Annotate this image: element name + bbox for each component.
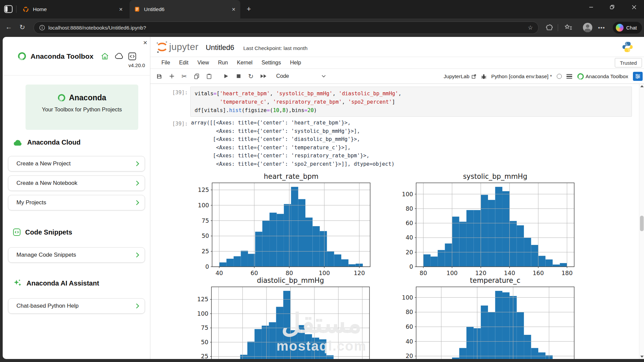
menu-view[interactable]: View <box>197 60 209 66</box>
favorites-icon[interactable] <box>564 24 573 31</box>
copy-icon[interactable] <box>190 73 203 79</box>
svg-text:25: 25 <box>202 248 209 255</box>
section-heading: Anaconda Cloud <box>27 139 81 146</box>
profile-avatar[interactable] <box>583 23 592 32</box>
create-new-notebook-button[interactable]: Create a New Notebook <box>8 175 145 191</box>
browser-address-bar: ← ↻ localhost:8888/notebooks/Untitled6.i… <box>0 18 644 37</box>
scroll-down-arrow[interactable] <box>640 356 644 358</box>
notebook-menubar: File Edit View Run Kernel Settings Help <box>150 57 644 69</box>
button-label: Create a New Project <box>16 160 71 167</box>
code-cell-editor[interactable]: vitals=['heart_rate_bpm', 'systolic_bp_m… <box>190 87 632 117</box>
code-snippets-icon <box>13 228 21 236</box>
interrupt-kernel-icon[interactable] <box>232 74 245 79</box>
copilot-chat-button[interactable]: Chat <box>613 22 642 34</box>
jupyter-wordmark: jupyter <box>169 42 199 52</box>
cut-icon[interactable]: ✂ <box>178 72 190 80</box>
svg-text:temperature_c: temperature_c <box>470 276 520 285</box>
browser-menu-icon[interactable]: ••• <box>598 24 605 31</box>
paste-icon[interactable] <box>203 73 215 79</box>
svg-text:125: 125 <box>198 187 209 193</box>
hero-brand-label: Anaconda <box>69 93 106 102</box>
anaconda-toolbox-panel: ✕ Anaconda Toolbox v4.20.0 Anaconda Your… <box>3 37 150 359</box>
tab-active-close-icon[interactable]: ✕ <box>232 7 236 12</box>
cell-type-select[interactable]: Code <box>276 73 326 79</box>
histogram-systolic_bp_mmHg: systolic_bp_mmHg 80100120140160180020406… <box>393 171 579 278</box>
reload-icon[interactable]: ↻ <box>19 23 25 31</box>
histogram-temperature_c: temperature_c 36373839020406080100 <box>393 275 579 359</box>
debugger-bug-icon[interactable] <box>481 73 487 80</box>
run-cell-icon[interactable] <box>220 73 232 79</box>
sidebar-close-icon[interactable]: ✕ <box>143 40 147 46</box>
tab-home-close-icon[interactable]: ✕ <box>119 7 123 12</box>
kernel-name[interactable]: Python [conda env:base] * <box>491 73 552 80</box>
menu-file[interactable]: File <box>161 60 170 66</box>
my-projects-button[interactable]: My Projects <box>8 195 145 210</box>
menu-edit[interactable]: Edit <box>179 60 189 66</box>
svg-text:125: 125 <box>197 296 208 303</box>
scroll-up-arrow[interactable] <box>640 85 644 87</box>
menu-kernel[interactable]: Kernel <box>237 60 252 66</box>
sidebar-home-icon[interactable] <box>101 52 109 60</box>
sparkles-icon <box>13 278 22 288</box>
menu-help[interactable]: Help <box>290 60 301 66</box>
window-minimize-button[interactable] <box>583 0 599 14</box>
tab-home[interactable]: Home ✕ <box>18 0 128 18</box>
restart-kernel-icon[interactable]: ↻ <box>245 72 257 80</box>
kernel-status-icon <box>557 74 562 79</box>
histogram-figure: heart_rate_bpm 4060801001200255075100125… <box>191 169 597 359</box>
checkpoint-status: Last Checkpoint: last month <box>243 45 307 51</box>
python-logo-icon <box>622 41 634 53</box>
chat-based-python-help-button[interactable]: Chat-based Python Help <box>8 298 145 314</box>
create-new-project-button[interactable]: Create a New Project <box>8 156 145 171</box>
sidebar-version: v4.20.0 <box>3 62 145 68</box>
cloud-icon <box>13 139 23 146</box>
manage-code-snippets-button[interactable]: Manage Code Snippets <box>8 247 145 263</box>
svg-text:20: 20 <box>406 353 413 359</box>
tab-actions-icon[interactable] <box>4 5 13 13</box>
sidebar-cloud-icon[interactable] <box>114 52 124 59</box>
trusted-badge[interactable]: Trusted <box>615 58 642 67</box>
tab-untitled6[interactable]: Untitled6 ✕ <box>130 0 240 18</box>
svg-text:0: 0 <box>205 263 209 270</box>
divider <box>3 75 150 75</box>
sidebar-code-icon[interactable] <box>128 52 136 60</box>
insert-cell-icon[interactable] <box>165 73 178 79</box>
jupyterlab-link[interactable]: JupyterLab <box>444 73 476 80</box>
extensions-puzzle-icon[interactable] <box>546 24 553 31</box>
bookmark-star-icon[interactable]: ☆ <box>528 24 533 31</box>
toolbox-sliders-button[interactable] <box>633 72 643 81</box>
browser-tab-bar: Home ✕ Untitled6 ✕ + <box>0 0 644 18</box>
anaconda-hero-card: Anaconda Your Toolbox for Python Project… <box>26 85 138 130</box>
svg-text:100: 100 <box>198 202 209 209</box>
svg-text:100: 100 <box>402 294 413 301</box>
section-heading: Code Snippets <box>25 228 72 236</box>
notebook-content: [39]: vitals=['heart_rate_bpm', 'systoli… <box>150 84 644 359</box>
back-icon[interactable]: ← <box>5 23 12 31</box>
svg-text:20: 20 <box>406 249 413 256</box>
anaconda-logo-icon <box>57 94 66 102</box>
window-close-button[interactable] <box>626 0 642 14</box>
section-ai-assistant: Anaconda AI Assistant <box>13 278 99 288</box>
external-link-icon <box>472 74 476 79</box>
new-tab-button[interactable]: + <box>247 5 251 13</box>
restart-run-all-icon[interactable] <box>257 74 269 79</box>
scrollbar-thumb[interactable] <box>640 216 644 231</box>
save-icon[interactable] <box>153 73 165 79</box>
toolbar-menu-icon[interactable] <box>566 73 572 80</box>
svg-text:40: 40 <box>406 234 413 241</box>
button-label: Create a New Notebook <box>16 180 77 187</box>
cell-output-text: array([[<Axes: title={'center': 'heart_r… <box>191 119 395 168</box>
notebook-title[interactable]: Untitled6 <box>206 44 234 52</box>
window-restore-button[interactable] <box>604 0 620 14</box>
notebook-scrollbar[interactable] <box>639 84 644 359</box>
site-info-icon[interactable] <box>39 25 45 31</box>
histogram-heart_rate_bpm: heart_rate_bpm 4060801001200255075100125 <box>189 171 375 278</box>
chevron-right-icon <box>136 252 139 258</box>
anaconda-toolbox-button[interactable]: Anaconda Toolbox <box>577 73 628 80</box>
url-bar[interactable]: localhost:8888/notebooks/Untitled6.ipynb… <box>34 21 539 34</box>
menu-run[interactable]: Run <box>218 60 228 66</box>
anaconda-logo-icon <box>17 52 27 61</box>
notebook-favicon <box>134 6 140 12</box>
chevron-right-icon <box>136 303 139 309</box>
menu-settings[interactable]: Settings <box>261 60 281 66</box>
